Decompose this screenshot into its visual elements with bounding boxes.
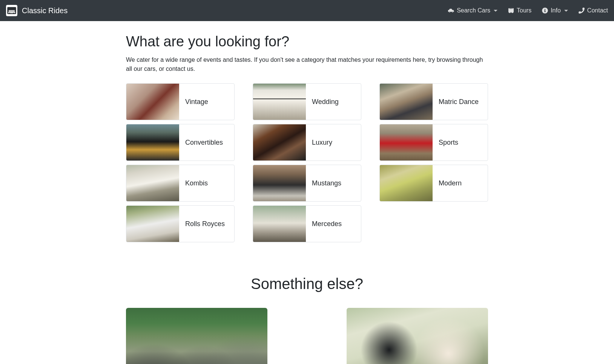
nav-contact-label: Contact [587,6,608,15]
category-card-matric-dance[interactable]: Matric Dance [379,83,488,120]
category-thumb [126,165,179,201]
nav-search-cars-label: Search Cars [457,6,490,15]
category-label: Sports [433,138,464,148]
category-label: Matric Dance [433,97,485,107]
category-thumb [253,165,306,201]
category-label: Vintage [179,97,214,107]
nav-right: Search Cars Tours Info Contact [448,6,608,15]
category-thumb [253,124,306,161]
nav-tours-label: Tours [517,6,531,15]
category-card-vintage[interactable]: Vintage [126,83,235,120]
nav-info[interactable]: Info [542,6,568,15]
something-else-title: Something else? [126,272,488,295]
category-label: Kombis [179,178,214,188]
phone-icon [579,8,585,14]
brand-link[interactable]: Classic Rides [6,5,68,16]
category-card-sports[interactable]: Sports [379,124,488,161]
category-card-kombis[interactable]: Kombis [126,165,235,202]
nav-contact[interactable]: Contact [579,6,608,15]
category-card-rolls-royces[interactable]: Rolls Royces [126,205,235,242]
category-thumb [380,124,433,161]
binoculars-icon [508,8,514,14]
category-thumb [380,165,433,201]
category-label: Convertibles [179,138,229,148]
nav-tours[interactable]: Tours [508,6,531,15]
category-thumb [253,206,306,242]
category-thumb [126,84,179,120]
nav-search-cars[interactable]: Search Cars [448,6,497,15]
contact-us-card[interactable]: Contact us [347,308,488,364]
category-card-modern[interactable]: Modern [379,165,488,202]
category-card-wedding[interactable]: Wedding [253,83,361,120]
category-label: Wedding [306,97,345,107]
category-card-mustangs[interactable]: Mustangs [253,165,361,202]
brand-logo-icon [6,5,17,16]
category-grid: VintageWeddingMatric DanceConvertiblesLu… [126,83,488,242]
chevron-down-icon [564,10,568,12]
category-card-luxury[interactable]: Luxury [253,124,361,161]
category-thumb [380,84,433,120]
section-title: What are you looking for? [126,31,488,52]
car-side-icon [448,8,454,14]
brand-name: Classic Rides [22,5,68,16]
category-card-mercedes[interactable]: Mercedes [253,205,361,242]
navbar: Classic Rides Search Cars Tours Info Con… [0,0,614,21]
category-thumb [253,84,306,120]
category-label: Rolls Royces [179,219,231,229]
view-all-cars-card[interactable]: View all cars [126,308,267,364]
info-circle-icon [542,8,548,14]
svg-rect-4 [9,10,15,12]
svg-point-3 [13,13,15,14]
section-subtitle: We cater for a wide range of events and … [126,55,488,73]
category-thumb [126,206,179,242]
category-label: Mustangs [306,178,347,188]
chevron-down-icon [494,10,497,12]
something-else-row: View all cars Contact us [126,308,488,364]
svg-point-2 [9,13,11,14]
category-label: Modern [433,178,468,188]
category-card-convertibles[interactable]: Convertibles [126,124,235,161]
category-label: Luxury [306,138,338,148]
nav-info-label: Info [551,6,561,15]
main-container: What are you looking for? We cater for a… [66,31,548,364]
category-label: Mercedes [306,219,348,229]
category-thumb [126,124,179,161]
